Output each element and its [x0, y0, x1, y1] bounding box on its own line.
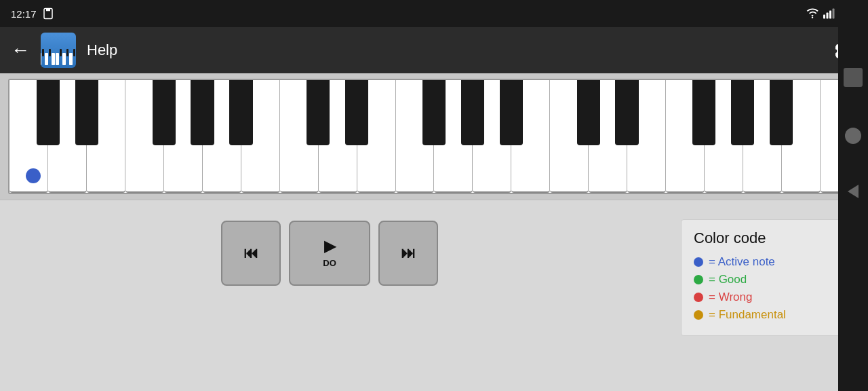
black-key-after-17[interactable] — [692, 80, 715, 145]
black-key-after-11[interactable] — [461, 80, 484, 145]
edge-triangle-button[interactable] — [848, 185, 859, 198]
color-entry: = Fundamental — [694, 308, 844, 322]
svg-point-2 — [812, 17, 814, 19]
color-dot — [694, 293, 703, 302]
black-key-after-0[interactable] — [37, 80, 60, 145]
prev-button[interactable]: ⏮ — [221, 221, 281, 286]
next-button[interactable]: ⏭ — [378, 221, 438, 286]
color-code-panel: Color code = Active note= Good= Wrong= F… — [681, 219, 857, 336]
controls-area: ⏮ ▶ DO ⏭ Color code = Active note= Good=… — [0, 200, 868, 391]
svg-rect-6 — [833, 9, 835, 19]
black-key-after-1[interactable] — [75, 80, 98, 145]
status-left: 12:17 — [11, 7, 54, 20]
next-icon: ⏭ — [401, 246, 416, 261]
app-bar: ← Help — [0, 27, 868, 73]
edge-square-button[interactable] — [844, 68, 863, 87]
svg-rect-1 — [46, 9, 50, 12]
black-key-after-15[interactable] — [615, 80, 638, 145]
wifi-icon — [806, 8, 819, 19]
svg-rect-3 — [823, 15, 825, 19]
page-title: Help — [87, 41, 825, 59]
play-icon: ▶ — [324, 239, 336, 254]
color-label: = Active note — [709, 255, 775, 269]
color-dot — [694, 257, 703, 267]
black-key-after-10[interactable] — [422, 80, 446, 145]
black-key-after-18[interactable] — [731, 80, 754, 145]
sim-icon — [42, 7, 54, 20]
black-key-after-12[interactable] — [500, 80, 523, 145]
black-key-after-14[interactable] — [577, 80, 600, 145]
color-dot — [694, 310, 703, 320]
status-bar: 12:17 — [0, 0, 868, 27]
color-entry: = Wrong — [694, 291, 844, 304]
black-key-after-7[interactable] — [307, 80, 330, 145]
black-key-after-19[interactable] — [770, 80, 793, 145]
prev-icon: ⏮ — [243, 246, 258, 261]
color-label: = Fundamental — [709, 308, 786, 322]
color-label: = Wrong — [709, 291, 752, 304]
black-key-after-5[interactable] — [229, 80, 252, 145]
play-label: DO — [323, 258, 336, 268]
color-entry: = Good — [694, 273, 844, 286]
svg-rect-5 — [829, 11, 831, 19]
black-key-after-3[interactable] — [153, 80, 176, 145]
back-button[interactable]: ← — [11, 39, 30, 61]
color-dot — [694, 275, 703, 284]
edge-circle-button[interactable] — [845, 128, 861, 144]
piano-container — [0, 73, 868, 200]
right-edge-bar — [838, 0, 868, 391]
main-content: ⏮ ▶ DO ⏭ Color code = Active note= Good=… — [0, 73, 868, 391]
color-label: = Good — [709, 273, 747, 286]
transport-controls: ⏮ ▶ DO ⏭ — [221, 221, 438, 286]
color-entry: = Active note — [694, 255, 844, 269]
active-note-dot — [26, 168, 41, 183]
svg-rect-4 — [827, 13, 829, 19]
color-entries: = Active note= Good= Wrong= Fundamental — [694, 255, 844, 322]
color-code-title: Color code — [694, 229, 844, 247]
piano-keyboard[interactable] — [8, 79, 860, 194]
play-button[interactable]: ▶ DO — [289, 221, 370, 286]
piano-thumb-keys — [41, 53, 76, 65]
black-key-after-4[interactable] — [191, 80, 214, 145]
time-display: 12:17 — [11, 8, 37, 20]
signal-icon — [823, 8, 835, 19]
app-icon — [41, 33, 76, 68]
black-key-after-8[interactable] — [345, 80, 368, 145]
